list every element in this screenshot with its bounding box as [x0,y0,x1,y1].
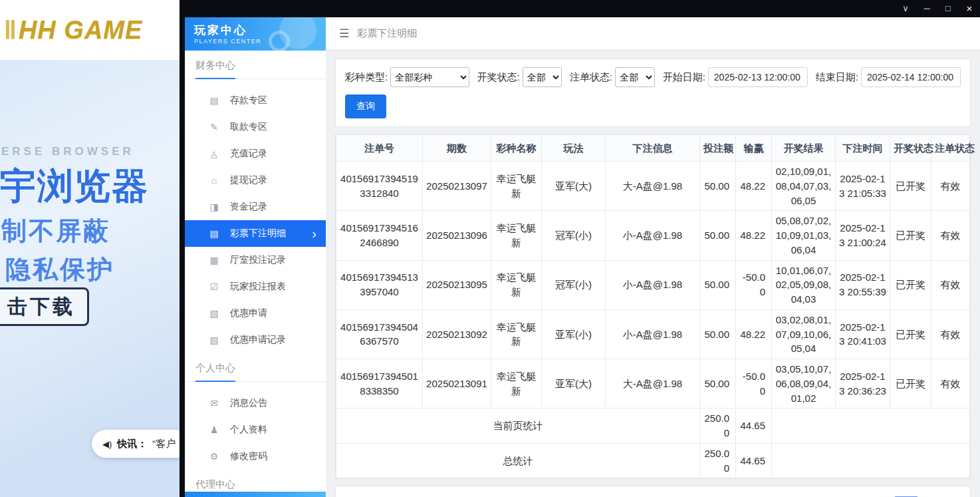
table-cell: 已开奖 [890,309,931,359]
hero-banner: ERSE BROWSER 宇浏览器 制不屏蔽 隐私保护 击下载 ◀) 快讯： “… [0,60,199,497]
table-cell: 2025-02-13 20:41:03 [836,309,890,359]
sidebar-item-player-bet-report[interactable]: ☑玩家投注报表 [185,273,326,300]
minimize-button[interactable]: ─ [916,0,937,17]
summary-winloss-total: 44.65 [736,409,772,444]
table-cell: 幸运飞艇新 [491,309,542,359]
table-body: 40156917394519331284020250213097幸运飞艇新亚军(… [336,162,970,478]
maximize-button[interactable]: □ [937,0,959,17]
table-cell: 50.00 [700,260,736,309]
table-cell: 50.00 [700,359,736,409]
column-header: 投注额 [700,135,736,162]
user-icon: ♟ [209,424,219,435]
table-cell: 已开奖 [890,260,931,309]
table-cell: 50.00 [700,309,736,359]
download-button[interactable]: 击下载 [0,287,89,326]
table-row: 40156917394504636757020250213092幸运飞艇新亚军(… [336,309,970,359]
summary-bet-total: 250.00 [700,409,736,444]
table-cell: 20250213092 [423,309,491,359]
order-status-label: 注单状态: [570,71,612,84]
table-cell: 冠军(小) [542,211,606,260]
promo-record-icon: ▨ [209,335,219,345]
hero-subline-1: 制不屏蔽 [1,214,110,248]
table-cell: 20250213095 [423,260,491,309]
sidebar-item-recharge-records[interactable]: ◬充值记录 [185,140,326,167]
bet-table: 注单号期数彩种名称玩法下注信息投注额输赢开奖结果下注时间开奖状态注单状态 401… [336,134,970,478]
deposit-icon: ▤ [209,95,219,106]
sidebar-item-lottery-bet-details[interactable]: ▤彩票下注明细› [185,220,326,247]
sidebar-item-withdrawal-records[interactable]: ⌂提现记录 [185,167,326,194]
column-header: 输赢 [736,135,772,162]
hero-headline: 宇浏览器 [0,162,149,211]
logo-text: HH GAME [19,16,142,44]
column-header: 玩法 [542,135,606,162]
player-center-window: ∨ ─ □ × 玩家中心 PLAYERS CENTER 财务中心▤存款专区✎取款… [180,0,980,497]
content-area: 彩种类型: 全部彩种 开奖状态: 全部 注单状态: 全部 [326,51,980,497]
promo-apply-icon: ▧ [209,308,219,319]
screen: ‖HH GAME ERSE BROWSER 宇浏览器 制不屏蔽 隐私保护 击下载… [0,0,980,497]
sidebar-item-promo-apply-records[interactable]: ▨优惠申请记录 [185,327,326,353]
pagination-bar: 每页显示20条 共5条 首页 上一页 1 下一页 第 页 跳转 [335,486,971,497]
chevron-down-icon[interactable]: ∨ [895,0,916,17]
hero-subline-2: 隐私保护 [5,253,114,287]
sidebar-footer-bar [185,492,326,497]
column-header: 注单状态 [931,135,970,162]
funds-record-icon: ◨ [209,202,219,212]
summary-empty [772,443,970,478]
draw-status-select[interactable]: 全部 [523,67,562,87]
table-header-row: 注单号期数彩种名称玩法下注信息投注额输赢开奖结果下注时间开奖状态注单状态 [336,135,970,162]
table-cell: 幸运飞艇新 [491,211,542,260]
hamburger-menu-icon[interactable]: ☰ [339,27,349,41]
table-cell: -50.00 [736,260,772,309]
summary-empty [772,409,970,444]
table-cell: 大-A盘@1.98 [606,359,700,409]
table-cell: 50.00 [700,211,736,260]
ticker-label: 快讯： [117,438,147,450]
window-titlebar: ∨ ─ □ × [185,0,980,17]
query-button[interactable]: 查询 [345,94,386,118]
table-cell: 有效 [931,211,970,260]
sidebar-item-hall-bet-records[interactable]: ▦厅室投注记录 [185,247,326,273]
order-status-select[interactable]: 全部 [615,67,654,87]
sidebar-item-profile[interactable]: ♟个人资料 [185,416,326,443]
table-cell: 幸运飞艇新 [491,162,542,211]
table-cell: 已开奖 [890,211,931,260]
table-row: 40156917394501833835020250213091幸运飞艇新亚军(… [336,359,970,409]
sidebar-item-funds-records[interactable]: ◨资金记录 [185,194,326,220]
table-cell: 幸运飞艇新 [491,359,542,409]
logo-bars-icon: ‖ [4,16,17,44]
table-cell: 10,01,06,07,02,05,09,08,04,03 [772,260,836,309]
gear-icon: ⚙ [209,451,219,462]
ticker-text: “客户 [152,438,176,450]
end-date-input[interactable] [861,67,961,87]
sidebar-item-withdraw[interactable]: ✎取款专区 [185,114,326,140]
sidebar-item-label: 优惠申请 [230,307,267,319]
table-cell: 2025-02-13 21:05:33 [836,162,890,211]
lottery-type-select[interactable]: 全部彩种 [390,67,469,87]
bet-detail-icon: ▤ [209,228,219,239]
column-header: 期数 [423,135,491,162]
background-page: ‖HH GAME ERSE BROWSER 宇浏览器 制不屏蔽 隐私保护 击下载… [0,0,199,497]
table-row: 40156917394513395704020250213095幸运飞艇新冠军(… [336,260,970,309]
table-row: 40156917394516246689020250213096幸运飞艇新冠军(… [336,211,970,260]
filter-row: 彩种类型: 全部彩种 开奖状态: 全部 注单状态: 全部 [345,67,961,87]
table-cell: 401569173945193312840 [336,162,423,211]
table-cell: 2025-02-13 20:36:23 [836,359,890,409]
table-cell: 48.22 [736,309,772,359]
table-cell: 有效 [931,359,970,409]
sidebar-subtitle: PLAYERS CENTER [194,38,326,45]
table-cell: 大-A盘@1.98 [606,162,700,211]
table-cell: 401569173945046367570 [336,309,423,359]
sidebar-item-label: 取款专区 [230,121,267,133]
start-date-input[interactable] [708,67,808,87]
main-content: ☰ 彩票下注明细 彩种类型: 全部彩种 开奖状态: 全部 [326,17,980,497]
sidebar-item-messages[interactable]: ✉消息公告 [185,390,326,416]
draw-status-label: 开奖状态: [477,71,520,84]
table-cell: 401569173945162466890 [336,211,423,260]
sidebar-item-promo-apply[interactable]: ▧优惠申请 [185,300,326,327]
close-button[interactable]: × [959,0,980,17]
table-cell: 401569173945018338350 [336,359,423,409]
sidebar-item-change-password[interactable]: ⚙修改密码 [185,443,326,470]
table-cell: 幸运飞艇新 [491,260,542,309]
summary-bet-total: 250.00 [700,443,736,478]
sidebar-item-deposit[interactable]: ▤存款专区 [185,87,326,114]
